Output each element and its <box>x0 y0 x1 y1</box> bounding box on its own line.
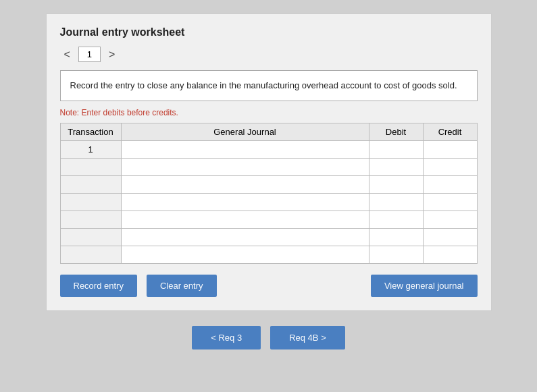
credit-cell[interactable] <box>423 246 477 263</box>
credit-input[interactable] <box>424 141 477 158</box>
table-row <box>60 211 477 228</box>
general-journal-cell[interactable] <box>121 246 369 263</box>
transaction-cell <box>60 228 121 246</box>
debit-cell[interactable] <box>369 140 423 158</box>
journal-table: Transaction General Journal Debit Credit… <box>60 123 478 264</box>
general-journal-input[interactable] <box>122 159 369 175</box>
general-journal-cell[interactable] <box>121 158 369 175</box>
debit-cell[interactable] <box>369 193 423 211</box>
header-credit: Credit <box>423 123 477 140</box>
view-general-journal-button[interactable]: View general journal <box>371 275 478 297</box>
debit-cell[interactable] <box>369 158 423 175</box>
debit-input[interactable] <box>369 194 423 211</box>
credit-input[interactable] <box>424 246 477 263</box>
bottom-navigation: < Req 3 Req 4B > <box>192 326 344 349</box>
page-title: Journal entry worksheet <box>60 26 478 38</box>
debit-input[interactable] <box>369 176 423 193</box>
debit-cell[interactable] <box>369 175 423 193</box>
table-row <box>60 228 477 246</box>
header-transaction: Transaction <box>60 123 121 140</box>
note-text: Note: Enter debits before credits. <box>60 108 478 117</box>
general-journal-input[interactable] <box>122 141 369 158</box>
header-debit: Debit <box>369 123 423 140</box>
credit-cell[interactable] <box>423 158 477 175</box>
credit-input[interactable] <box>424 176 477 193</box>
header-general-journal: General Journal <box>121 123 369 140</box>
current-tab: 1 <box>78 47 101 62</box>
transaction-cell <box>60 158 121 175</box>
table-row <box>60 246 477 263</box>
credit-cell[interactable] <box>423 175 477 193</box>
req3-button[interactable]: < Req 3 <box>192 326 261 349</box>
action-buttons: Record entry Clear entry View general jo… <box>60 275 478 297</box>
credit-input[interactable] <box>424 229 477 246</box>
general-journal-input[interactable] <box>122 194 369 211</box>
general-journal-cell[interactable] <box>121 228 369 246</box>
table-row <box>60 158 477 175</box>
general-journal-input[interactable] <box>122 246 369 263</box>
debit-cell[interactable] <box>369 211 423 228</box>
debit-input[interactable] <box>369 141 423 158</box>
prev-arrow[interactable]: < <box>60 47 74 62</box>
instruction-text: Record the entry to close any balance in… <box>70 80 457 90</box>
general-journal-input[interactable] <box>122 176 369 193</box>
transaction-cell <box>60 175 121 193</box>
debit-cell[interactable] <box>369 228 423 246</box>
table-row <box>60 175 477 193</box>
tab-navigation: < 1 > <box>60 47 478 62</box>
credit-input[interactable] <box>424 211 477 228</box>
transaction-cell <box>60 193 121 211</box>
general-journal-cell[interactable] <box>121 211 369 228</box>
general-journal-cell[interactable] <box>121 193 369 211</box>
debit-input[interactable] <box>369 211 423 228</box>
general-journal-input[interactable] <box>122 229 369 246</box>
transaction-cell <box>60 246 121 263</box>
debit-cell[interactable] <box>369 246 423 263</box>
transaction-cell <box>60 211 121 228</box>
credit-cell[interactable] <box>423 228 477 246</box>
general-journal-cell[interactable] <box>121 140 369 158</box>
journal-entry-worksheet-card: Journal entry worksheet < 1 > Record the… <box>46 13 492 311</box>
credit-input[interactable] <box>424 159 477 175</box>
record-entry-button[interactable]: Record entry <box>60 275 137 297</box>
credit-cell[interactable] <box>423 193 477 211</box>
table-row: 1 <box>60 140 477 158</box>
general-journal-input[interactable] <box>122 211 369 228</box>
clear-entry-button[interactable]: Clear entry <box>147 275 217 297</box>
table-row <box>60 193 477 211</box>
transaction-cell: 1 <box>60 140 121 158</box>
general-journal-cell[interactable] <box>121 175 369 193</box>
debit-input[interactable] <box>369 229 423 246</box>
credit-cell[interactable] <box>423 140 477 158</box>
req4b-button[interactable]: Req 4B > <box>270 326 345 349</box>
credit-input[interactable] <box>424 194 477 211</box>
debit-input[interactable] <box>369 246 423 263</box>
next-arrow[interactable]: > <box>105 47 119 62</box>
debit-input[interactable] <box>369 159 423 175</box>
credit-cell[interactable] <box>423 211 477 228</box>
instruction-box: Record the entry to close any balance in… <box>60 70 478 101</box>
